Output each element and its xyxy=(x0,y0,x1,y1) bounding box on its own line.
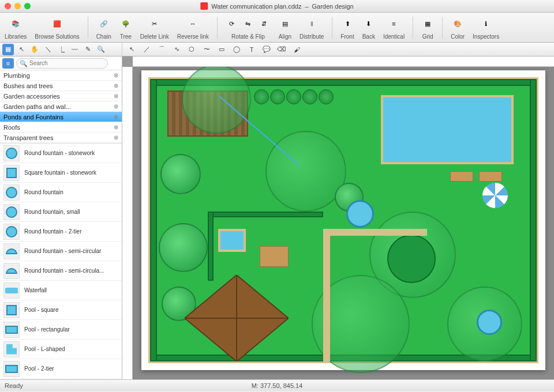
tool-text[interactable]: ✎ xyxy=(82,44,93,55)
canvas-area xyxy=(122,56,554,379)
fountain[interactable] xyxy=(477,310,502,335)
close-window-icon[interactable] xyxy=(5,3,11,9)
hedge[interactable] xyxy=(150,79,157,361)
draw-text[interactable]: T xyxy=(246,44,257,55)
tool-line[interactable]: ＼ xyxy=(42,44,54,55)
shape-item[interactable]: Round fountain - stonework xyxy=(0,144,122,163)
transparent-tree[interactable] xyxy=(182,67,251,134)
shape-item[interactable]: Square fountain - stonework xyxy=(0,163,122,183)
solutions-icon[interactable]: 🟥 xyxy=(51,17,63,30)
shape-item[interactable]: Pool - 2-tier xyxy=(0,359,122,379)
color-icon[interactable]: 🎨 xyxy=(451,17,464,30)
library-view-mode-button[interactable]: ≡ xyxy=(2,58,14,69)
rotate-icon[interactable]: ⟳ xyxy=(226,17,238,30)
draw-ellipse[interactable]: ◯ xyxy=(231,44,242,55)
zoom-window-icon[interactable] xyxy=(24,3,31,9)
category-close-icon[interactable]: ⊗ xyxy=(114,72,118,78)
draw-eraser[interactable]: ⌫ xyxy=(276,44,287,55)
tree-icon[interactable]: 🌳 xyxy=(119,17,132,30)
fountain[interactable] xyxy=(346,200,374,228)
house-roof[interactable] xyxy=(185,275,289,361)
lounger[interactable] xyxy=(450,171,473,182)
chain-icon[interactable]: 🔗 xyxy=(98,17,110,30)
draw-spline[interactable]: ∿ xyxy=(171,44,182,55)
tree[interactable] xyxy=(160,154,201,194)
draw-poly[interactable]: ⬡ xyxy=(186,44,197,55)
shape-thumbnail xyxy=(3,361,20,377)
draw-rect[interactable]: ▭ xyxy=(216,44,227,55)
shape-item[interactable]: Pool - rectangular xyxy=(0,320,122,340)
category-close-icon[interactable]: ⊗ xyxy=(114,82,118,89)
category-item[interactable]: Garden paths and wal...⊗ xyxy=(0,101,122,112)
round-hedge[interactable] xyxy=(387,235,436,283)
category-close-icon[interactable]: ⊗ xyxy=(114,114,118,120)
draw-pointer[interactable]: ↖ xyxy=(126,44,137,55)
front-icon[interactable]: ⬆ xyxy=(341,17,354,30)
draw-bezier[interactable]: 〜 xyxy=(201,44,212,55)
toolbar-group-chain: 🔗Chain xyxy=(96,15,111,40)
drawing-page[interactable] xyxy=(141,70,545,370)
small-pool[interactable] xyxy=(218,229,246,252)
category-item[interactable]: Transparent trees⊗ xyxy=(0,133,122,143)
libraries-icon[interactable]: 📚 xyxy=(9,17,22,30)
path[interactable] xyxy=(323,229,330,361)
category-item[interactable]: Garden accessories⊗ xyxy=(0,91,122,101)
umbrella[interactable] xyxy=(482,183,508,208)
library-search-input[interactable] xyxy=(16,58,108,69)
draw-style[interactable]: 🖌 xyxy=(291,44,302,55)
draw-arc[interactable]: ⌒ xyxy=(156,44,167,55)
path[interactable] xyxy=(323,229,427,236)
hedge[interactable] xyxy=(208,212,214,281)
category-item[interactable]: Bushes and trees⊗ xyxy=(0,81,122,91)
grid-icon[interactable]: ▦ xyxy=(421,17,434,30)
tool-curve[interactable]: 〰 xyxy=(69,44,80,55)
flip-h-icon[interactable]: ⇋ xyxy=(242,17,254,30)
tool-hand[interactable]: ✋ xyxy=(29,44,40,55)
shape-item[interactable]: Round fountain - semi-circular xyxy=(0,242,122,261)
reverse-link-icon[interactable]: ↔ xyxy=(186,17,199,30)
category-item[interactable]: Plumbing⊗ xyxy=(0,70,122,81)
tool-arrow[interactable]: ↖ xyxy=(16,44,27,55)
category-item[interactable]: Ponds and Fountains⊗ xyxy=(0,112,122,122)
patio-table[interactable] xyxy=(260,246,289,267)
hedge[interactable] xyxy=(208,212,323,217)
distribute-icon[interactable]: ⫴ xyxy=(305,17,318,30)
transparent-tree[interactable] xyxy=(265,131,346,212)
category-label: Bushes and trees xyxy=(3,82,53,89)
toolbar-label: Grid xyxy=(422,33,433,40)
shape-item[interactable]: Pool - L-shaped xyxy=(0,340,122,359)
delete-link-icon[interactable]: ✂ xyxy=(148,17,161,30)
flip-v-icon[interactable]: ⇵ xyxy=(258,17,271,30)
hedge[interactable] xyxy=(530,79,537,361)
category-close-icon[interactable]: ⊗ xyxy=(114,134,118,141)
toolbar-label: Color xyxy=(451,33,465,40)
shape-item[interactable]: Round fountain - 2-tier xyxy=(0,222,122,242)
shape-item[interactable]: Round fountain xyxy=(0,183,122,202)
draw-line[interactable]: ／ xyxy=(141,44,152,55)
category-close-icon[interactable]: ⊗ xyxy=(114,103,118,110)
shape-item[interactable]: Round fountain, small xyxy=(0,202,122,222)
identical-icon[interactable]: ≡ xyxy=(388,17,400,30)
window-controls xyxy=(5,3,31,9)
align-icon[interactable]: ▤ xyxy=(279,17,291,30)
tree[interactable] xyxy=(159,223,208,272)
lounger[interactable] xyxy=(479,171,502,182)
shape-item[interactable]: Pool - square xyxy=(0,300,122,320)
tool-connector[interactable]: ⎿ xyxy=(55,44,67,55)
category-close-icon[interactable]: ⊗ xyxy=(114,93,118,99)
minimize-window-icon[interactable] xyxy=(14,3,21,9)
category-item[interactable]: Roofs⊗ xyxy=(0,122,122,133)
shrub-row[interactable] xyxy=(254,89,334,104)
shape-item[interactable]: Round fountain - semi-circula... xyxy=(0,261,122,281)
pool[interactable] xyxy=(381,95,514,164)
shape-thumbnail xyxy=(3,224,20,240)
category-close-icon[interactable]: ⊗ xyxy=(114,124,118,130)
back-icon[interactable]: ⬇ xyxy=(362,17,375,30)
shape-item[interactable]: Waterfall xyxy=(0,281,122,300)
status-coordinates: M: 377.50, 845.14 xyxy=(252,382,303,389)
inspectors-icon[interactable]: ℹ xyxy=(480,17,492,30)
panel-toggle-button[interactable]: ▦ xyxy=(2,44,14,55)
tool-zoom[interactable]: 🔍 xyxy=(95,44,107,55)
draw-callout[interactable]: 💬 xyxy=(261,44,272,55)
viewport[interactable] xyxy=(133,67,554,379)
